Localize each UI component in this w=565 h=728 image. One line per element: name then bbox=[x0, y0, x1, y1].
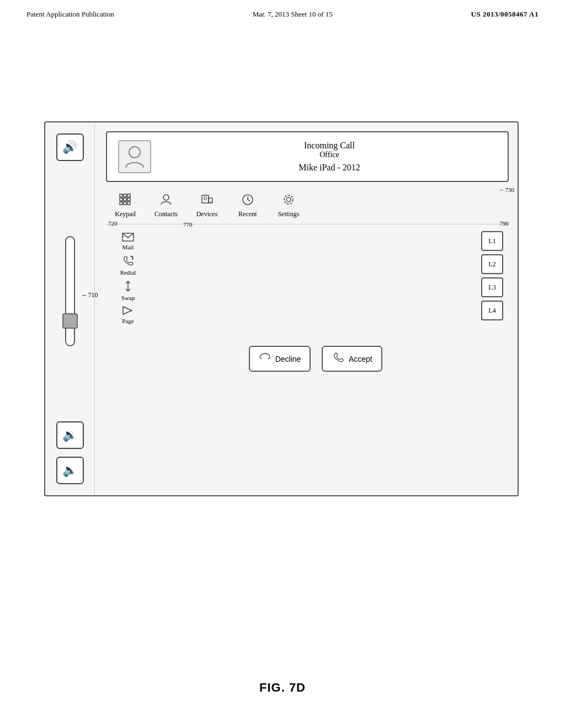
tab-recent[interactable]: Recent bbox=[228, 191, 267, 221]
tab-contacts-label: Contacts bbox=[154, 210, 178, 218]
tab-keypad[interactable]: Keypad bbox=[106, 191, 145, 221]
call-title: Incoming Call bbox=[304, 141, 355, 151]
volume-high-icon: 🔊 bbox=[62, 140, 77, 154]
devices-icon bbox=[200, 193, 214, 208]
tab-settings[interactable]: Settings bbox=[269, 191, 308, 221]
svg-point-0 bbox=[129, 147, 140, 158]
volume-high-button[interactable]: 🔊 bbox=[56, 133, 84, 161]
swap-softkey[interactable]: Swap bbox=[120, 279, 136, 303]
page-icon bbox=[122, 306, 134, 317]
line-l4-label: L4 bbox=[488, 307, 495, 315]
decline-icon bbox=[259, 352, 271, 365]
svg-rect-8 bbox=[124, 202, 126, 205]
svg-point-17 bbox=[284, 195, 293, 204]
volume-slider-thumb[interactable] bbox=[62, 313, 78, 329]
volume-slider-track[interactable] bbox=[65, 236, 75, 346]
soft-keys-panel: 720 ∞ Mail bbox=[106, 231, 150, 486]
svg-rect-12 bbox=[204, 197, 206, 200]
call-info: Incoming Call Office Mike iPad - 2012 bbox=[162, 141, 497, 173]
annotation-790: 790 bbox=[500, 220, 509, 227]
main-content: Incoming Call Office Mike iPad - 2012 bbox=[95, 122, 518, 495]
tab-bar: Keypad Contacts bbox=[106, 191, 509, 224]
svg-rect-13 bbox=[209, 198, 212, 203]
annotation-770: 770 bbox=[183, 221, 193, 228]
call-actions: Decline Accept bbox=[249, 346, 383, 372]
annotation-710: ←710 bbox=[82, 291, 98, 299]
annotation-720: 720 bbox=[108, 220, 118, 227]
svg-rect-2 bbox=[124, 194, 126, 197]
swap-icon bbox=[122, 280, 134, 294]
line-l1-label: L1 bbox=[488, 237, 495, 245]
swap-label: Swap bbox=[121, 295, 135, 301]
avatar-icon bbox=[124, 144, 146, 169]
tab-settings-label: Settings bbox=[278, 210, 300, 218]
volume-mid-icon: 🔉 bbox=[62, 428, 77, 442]
line-l3-label: L3 bbox=[488, 283, 495, 292]
left-sidebar: 🔊 ←710 🔉 🔈 bbox=[45, 122, 95, 495]
accept-label: Accept bbox=[349, 355, 372, 363]
svg-marker-21 bbox=[123, 307, 132, 314]
svg-rect-4 bbox=[120, 198, 122, 201]
accept-button[interactable]: Accept bbox=[322, 346, 382, 372]
figure-label: FIG. 7D bbox=[259, 681, 306, 695]
line-button-l4[interactable]: L4 bbox=[481, 301, 503, 320]
accept-icon bbox=[332, 351, 344, 366]
line-button-l2[interactable]: L2 bbox=[481, 254, 503, 274]
call-name: Mike iPad - 2012 bbox=[299, 163, 360, 173]
svg-rect-9 bbox=[127, 202, 130, 205]
volume-slider-container: ←710 bbox=[65, 169, 75, 414]
svg-rect-11 bbox=[202, 195, 209, 203]
contacts-icon bbox=[159, 193, 173, 208]
volume-low-button[interactable]: 🔈 bbox=[56, 457, 84, 484]
recent-icon bbox=[241, 193, 254, 208]
redial-softkey[interactable]: Redial bbox=[119, 253, 137, 277]
svg-point-10 bbox=[163, 195, 169, 200]
svg-rect-7 bbox=[120, 202, 122, 205]
line-button-l1[interactable]: L1 bbox=[481, 231, 503, 251]
volume-mid-button[interactable]: 🔉 bbox=[56, 421, 84, 449]
call-subtitle: Office bbox=[319, 151, 339, 159]
decline-button[interactable]: Decline bbox=[249, 346, 311, 372]
volume-low-icon: 🔈 bbox=[62, 463, 77, 478]
contact-avatar bbox=[118, 140, 151, 173]
line-l2-label: L2 bbox=[488, 260, 495, 269]
redial-label: Redial bbox=[120, 269, 136, 276]
svg-point-16 bbox=[286, 197, 291, 202]
tab-devices[interactable]: Devices bbox=[188, 191, 226, 221]
page-header: Patent Application Publication Mar. 7, 2… bbox=[0, 0, 565, 19]
mail-icon: ∞ bbox=[122, 233, 134, 243]
incoming-call-box: Incoming Call Office Mike iPad - 2012 bbox=[106, 131, 509, 182]
line-button-l3[interactable]: L3 bbox=[481, 277, 503, 297]
keypad-icon bbox=[119, 193, 132, 208]
mail-softkey[interactable]: ∞ Mail bbox=[121, 231, 135, 252]
svg-text:∞: ∞ bbox=[123, 235, 125, 238]
svg-rect-3 bbox=[127, 194, 130, 197]
decline-label: Decline bbox=[275, 355, 301, 363]
svg-rect-1 bbox=[120, 194, 122, 197]
settings-icon bbox=[282, 193, 295, 208]
mail-label: Mail bbox=[122, 244, 134, 250]
line-buttons-panel: 790 L1 L2 L3 L4 bbox=[481, 231, 509, 486]
tab-recent-label: Recent bbox=[238, 210, 257, 218]
sheet-info: Mar. 7, 2013 Sheet 10 of 15 bbox=[253, 10, 333, 19]
tab-keypad-label: Keypad bbox=[115, 210, 135, 218]
publication-label: Patent Application Publication bbox=[26, 10, 114, 19]
svg-rect-5 bbox=[124, 198, 126, 201]
device-frame: 🔊 ←710 🔉 🔈 bbox=[44, 121, 519, 496]
annotation-730: ←730 bbox=[499, 186, 515, 193]
center-area: 770 Decline bbox=[150, 231, 481, 486]
page-softkey[interactable]: Page bbox=[121, 304, 135, 326]
page-label: Page bbox=[122, 318, 134, 324]
tab-contacts[interactable]: Contacts bbox=[147, 191, 185, 221]
middle-area: 720 ∞ Mail bbox=[106, 231, 509, 486]
redial-icon bbox=[122, 255, 134, 269]
patent-number: US 2013/0058467 A1 bbox=[471, 10, 539, 19]
tab-devices-label: Devices bbox=[196, 210, 218, 218]
svg-rect-6 bbox=[127, 198, 130, 201]
